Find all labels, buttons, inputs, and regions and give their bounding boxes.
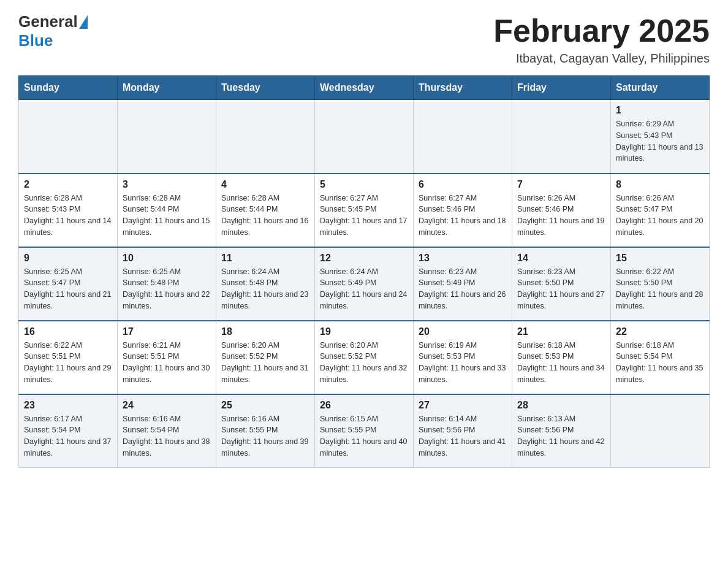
day-number: 19 bbox=[320, 326, 408, 337]
day-number: 21 bbox=[517, 326, 605, 337]
location-subtitle: Itbayat, Cagayan Valley, Philippines bbox=[493, 52, 710, 66]
calendar-day-cell: 17Sunrise: 6:21 AM Sunset: 5:51 PM Dayli… bbox=[118, 321, 216, 394]
calendar-day-cell: 13Sunrise: 6:23 AM Sunset: 5:49 PM Dayli… bbox=[414, 247, 512, 321]
calendar-day-cell: 12Sunrise: 6:24 AM Sunset: 5:49 PM Dayli… bbox=[315, 247, 414, 321]
calendar-table: SundayMondayTuesdayWednesdayThursdayFrid… bbox=[18, 75, 710, 468]
day-info: Sunrise: 6:26 AM Sunset: 5:47 PM Dayligh… bbox=[616, 193, 704, 239]
day-number: 18 bbox=[221, 326, 309, 337]
calendar-day-cell bbox=[414, 100, 512, 174]
day-number: 13 bbox=[419, 253, 507, 264]
column-header-wednesday: Wednesday bbox=[315, 76, 414, 100]
day-info: Sunrise: 6:27 AM Sunset: 5:46 PM Dayligh… bbox=[419, 193, 507, 239]
day-info: Sunrise: 6:28 AM Sunset: 5:44 PM Dayligh… bbox=[123, 193, 211, 239]
calendar-week-row: 9Sunrise: 6:25 AM Sunset: 5:47 PM Daylig… bbox=[19, 247, 710, 321]
title-area: February 2025 Itbayat, Cagayan Valley, P… bbox=[493, 12, 710, 66]
day-number: 24 bbox=[123, 400, 211, 411]
day-info: Sunrise: 6:20 AM Sunset: 5:52 PM Dayligh… bbox=[221, 340, 309, 386]
calendar-day-cell bbox=[512, 100, 611, 174]
day-info: Sunrise: 6:20 AM Sunset: 5:52 PM Dayligh… bbox=[320, 340, 408, 386]
calendar-day-cell: 16Sunrise: 6:22 AM Sunset: 5:51 PM Dayli… bbox=[19, 321, 118, 394]
calendar-day-cell: 27Sunrise: 6:14 AM Sunset: 5:56 PM Dayli… bbox=[414, 394, 512, 468]
day-number: 5 bbox=[320, 179, 408, 190]
day-info: Sunrise: 6:24 AM Sunset: 5:49 PM Dayligh… bbox=[320, 266, 408, 312]
column-header-sunday: Sunday bbox=[19, 76, 118, 100]
day-number: 8 bbox=[616, 179, 704, 190]
day-info: Sunrise: 6:13 AM Sunset: 5:56 PM Dayligh… bbox=[517, 413, 605, 459]
calendar-week-row: 16Sunrise: 6:22 AM Sunset: 5:51 PM Dayli… bbox=[19, 321, 710, 394]
calendar-day-cell: 23Sunrise: 6:17 AM Sunset: 5:54 PM Dayli… bbox=[19, 394, 118, 468]
column-header-thursday: Thursday bbox=[414, 76, 512, 100]
day-number: 6 bbox=[419, 179, 507, 190]
day-number: 4 bbox=[221, 179, 309, 190]
calendar-day-cell: 21Sunrise: 6:18 AM Sunset: 5:53 PM Dayli… bbox=[512, 321, 611, 394]
calendar-header-row: SundayMondayTuesdayWednesdayThursdayFrid… bbox=[19, 76, 710, 100]
day-number: 10 bbox=[123, 253, 211, 264]
day-number: 14 bbox=[517, 253, 605, 264]
calendar-day-cell: 25Sunrise: 6:16 AM Sunset: 5:55 PM Dayli… bbox=[216, 394, 315, 468]
day-info: Sunrise: 6:25 AM Sunset: 5:47 PM Dayligh… bbox=[24, 266, 112, 312]
column-header-tuesday: Tuesday bbox=[216, 76, 315, 100]
day-info: Sunrise: 6:14 AM Sunset: 5:56 PM Dayligh… bbox=[419, 413, 507, 459]
calendar-week-row: 23Sunrise: 6:17 AM Sunset: 5:54 PM Dayli… bbox=[19, 394, 710, 468]
calendar-day-cell bbox=[611, 394, 710, 468]
day-number: 3 bbox=[123, 179, 211, 190]
day-info: Sunrise: 6:19 AM Sunset: 5:53 PM Dayligh… bbox=[419, 340, 507, 386]
day-number: 7 bbox=[517, 179, 605, 190]
calendar-day-cell: 15Sunrise: 6:22 AM Sunset: 5:50 PM Dayli… bbox=[611, 247, 710, 321]
day-number: 27 bbox=[419, 400, 507, 411]
month-year-title: February 2025 bbox=[493, 12, 710, 49]
calendar-day-cell: 24Sunrise: 6:16 AM Sunset: 5:54 PM Dayli… bbox=[118, 394, 216, 468]
day-info: Sunrise: 6:28 AM Sunset: 5:43 PM Dayligh… bbox=[24, 193, 112, 239]
day-number: 9 bbox=[24, 253, 112, 264]
calendar-day-cell: 28Sunrise: 6:13 AM Sunset: 5:56 PM Dayli… bbox=[512, 394, 611, 468]
day-number: 25 bbox=[221, 400, 309, 411]
logo: General Blue bbox=[18, 12, 88, 50]
day-number: 23 bbox=[24, 400, 112, 411]
calendar-day-cell: 22Sunrise: 6:18 AM Sunset: 5:54 PM Dayli… bbox=[611, 321, 710, 394]
day-info: Sunrise: 6:21 AM Sunset: 5:51 PM Dayligh… bbox=[123, 340, 211, 386]
day-info: Sunrise: 6:25 AM Sunset: 5:48 PM Dayligh… bbox=[123, 266, 211, 312]
calendar-day-cell: 4Sunrise: 6:28 AM Sunset: 5:44 PM Daylig… bbox=[216, 174, 315, 247]
day-number: 26 bbox=[320, 400, 408, 411]
day-number: 20 bbox=[419, 326, 507, 337]
calendar-week-row: 2Sunrise: 6:28 AM Sunset: 5:43 PM Daylig… bbox=[19, 174, 710, 247]
calendar-day-cell: 2Sunrise: 6:28 AM Sunset: 5:43 PM Daylig… bbox=[19, 174, 118, 247]
day-number: 15 bbox=[616, 253, 704, 264]
day-number: 17 bbox=[123, 326, 211, 337]
calendar-day-cell: 7Sunrise: 6:26 AM Sunset: 5:46 PM Daylig… bbox=[512, 174, 611, 247]
calendar-day-cell bbox=[216, 100, 315, 174]
day-info: Sunrise: 6:22 AM Sunset: 5:50 PM Dayligh… bbox=[616, 266, 704, 312]
calendar-day-cell: 9Sunrise: 6:25 AM Sunset: 5:47 PM Daylig… bbox=[19, 247, 118, 321]
calendar-day-cell: 1Sunrise: 6:29 AM Sunset: 5:43 PM Daylig… bbox=[611, 100, 710, 174]
calendar-day-cell: 6Sunrise: 6:27 AM Sunset: 5:46 PM Daylig… bbox=[414, 174, 512, 247]
calendar-day-cell bbox=[118, 100, 216, 174]
day-info: Sunrise: 6:26 AM Sunset: 5:46 PM Dayligh… bbox=[517, 193, 605, 239]
logo-blue-text: Blue bbox=[18, 31, 53, 50]
calendar-week-row: 1Sunrise: 6:29 AM Sunset: 5:43 PM Daylig… bbox=[19, 100, 710, 174]
day-number: 16 bbox=[24, 326, 112, 337]
day-info: Sunrise: 6:18 AM Sunset: 5:54 PM Dayligh… bbox=[616, 340, 704, 386]
day-number: 2 bbox=[24, 179, 112, 190]
day-info: Sunrise: 6:23 AM Sunset: 5:49 PM Dayligh… bbox=[419, 266, 507, 312]
column-header-monday: Monday bbox=[118, 76, 216, 100]
column-header-saturday: Saturday bbox=[611, 76, 710, 100]
day-info: Sunrise: 6:27 AM Sunset: 5:45 PM Dayligh… bbox=[320, 193, 408, 239]
logo-triangle-icon bbox=[79, 15, 88, 29]
calendar-day-cell: 10Sunrise: 6:25 AM Sunset: 5:48 PM Dayli… bbox=[118, 247, 216, 321]
column-header-friday: Friday bbox=[512, 76, 611, 100]
day-info: Sunrise: 6:15 AM Sunset: 5:55 PM Dayligh… bbox=[320, 413, 408, 459]
day-number: 22 bbox=[616, 326, 704, 337]
day-number: 12 bbox=[320, 253, 408, 264]
calendar-day-cell: 19Sunrise: 6:20 AM Sunset: 5:52 PM Dayli… bbox=[315, 321, 414, 394]
day-number: 11 bbox=[221, 253, 309, 264]
calendar-day-cell bbox=[315, 100, 414, 174]
page-header: General Blue February 2025 Itbayat, Caga… bbox=[18, 12, 710, 66]
calendar-day-cell: 26Sunrise: 6:15 AM Sunset: 5:55 PM Dayli… bbox=[315, 394, 414, 468]
calendar-day-cell: 8Sunrise: 6:26 AM Sunset: 5:47 PM Daylig… bbox=[611, 174, 710, 247]
day-info: Sunrise: 6:23 AM Sunset: 5:50 PM Dayligh… bbox=[517, 266, 605, 312]
day-number: 1 bbox=[616, 105, 704, 116]
calendar-day-cell: 18Sunrise: 6:20 AM Sunset: 5:52 PM Dayli… bbox=[216, 321, 315, 394]
day-info: Sunrise: 6:17 AM Sunset: 5:54 PM Dayligh… bbox=[24, 413, 112, 459]
day-info: Sunrise: 6:16 AM Sunset: 5:54 PM Dayligh… bbox=[123, 413, 211, 459]
calendar-day-cell: 11Sunrise: 6:24 AM Sunset: 5:48 PM Dayli… bbox=[216, 247, 315, 321]
